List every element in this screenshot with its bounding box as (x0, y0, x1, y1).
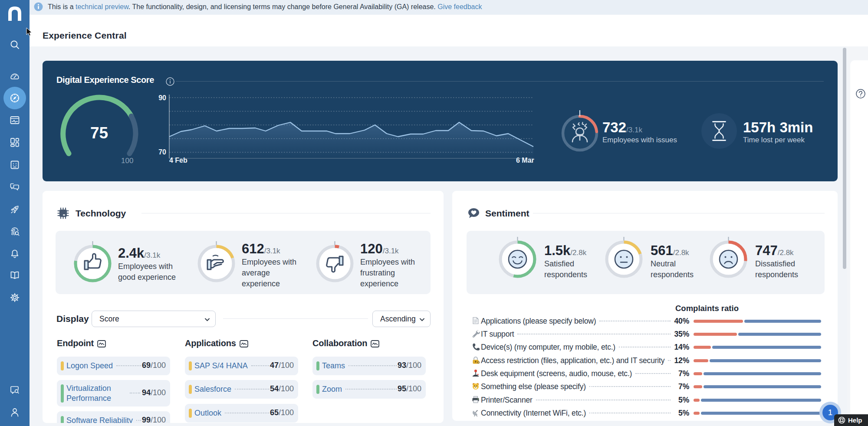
svg-text:75: 75 (90, 124, 108, 142)
